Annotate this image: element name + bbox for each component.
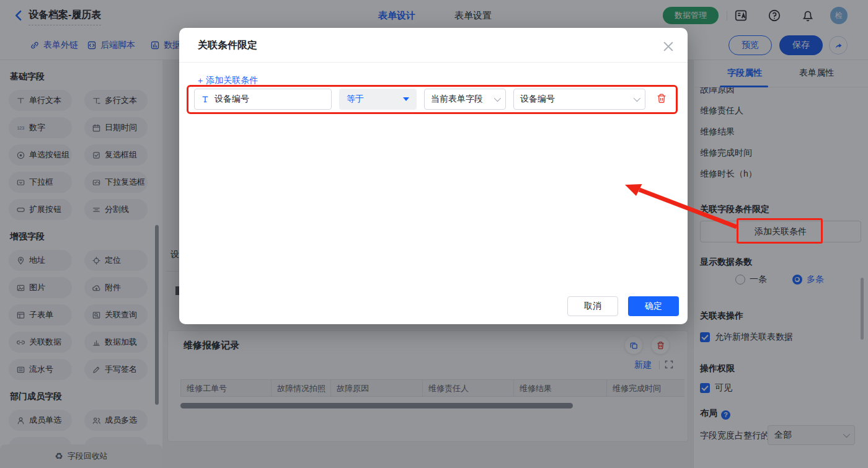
delete-condition-button[interactable] — [656, 93, 667, 104]
relation-condition-modal: 关联条件限定 + 添加关联条件 设备编号 等于 当前表单字段 设备编号 取消 确… — [179, 28, 688, 324]
condition-field-input[interactable]: 设备编号 — [194, 89, 332, 110]
condition-operator-select[interactable]: 等于 — [339, 89, 417, 110]
condition-value-select[interactable]: 设备编号 — [513, 89, 645, 110]
text-field-icon — [201, 95, 210, 104]
condition-source-select[interactable]: 当前表单字段 — [424, 89, 506, 110]
close-icon[interactable] — [662, 40, 675, 53]
trash-icon — [656, 93, 667, 104]
modal-title: 关联条件限定 — [198, 39, 257, 52]
plus-icon: + — [198, 76, 203, 86]
chevron-down-icon — [494, 95, 501, 102]
chevron-down-icon — [634, 95, 640, 102]
add-condition-link[interactable]: + 添加关联条件 — [198, 75, 258, 86]
cancel-button[interactable]: 取消 — [567, 296, 618, 316]
caret-down-icon — [403, 97, 409, 101]
confirm-button[interactable]: 确定 — [628, 296, 679, 316]
modal-header-divider — [179, 62, 688, 63]
